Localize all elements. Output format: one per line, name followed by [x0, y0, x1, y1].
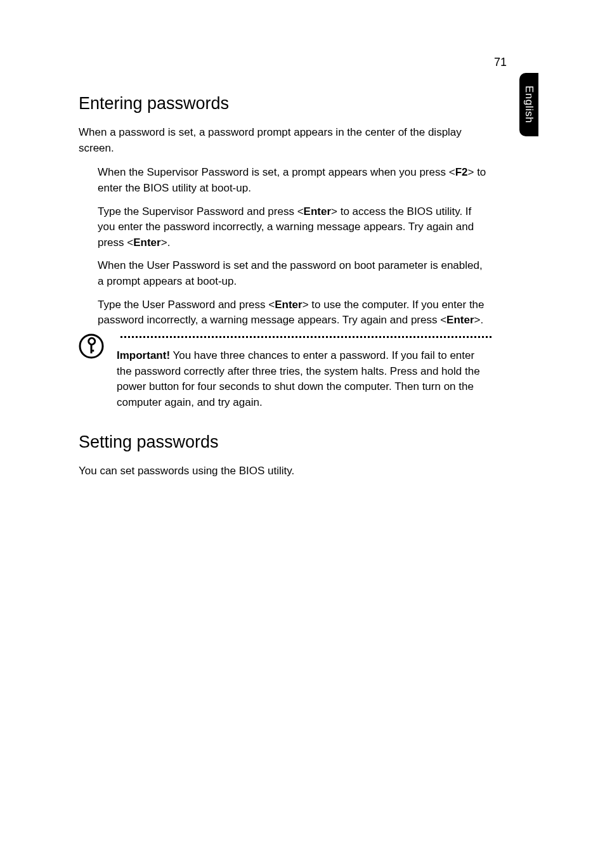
bullet-text: Type the User Password and press <: [98, 299, 275, 311]
key-enter: Enter: [275, 299, 302, 311]
bullet-text: >.: [161, 236, 171, 249]
language-tab: English: [519, 73, 538, 136]
language-tab-label: English: [523, 86, 535, 123]
svg-line-2: [87, 344, 96, 353]
note-body: You have three chances to enter a passwo…: [117, 349, 480, 408]
note-text: Important! You have three chances to ent…: [117, 348, 488, 411]
heading-setting-passwords: Setting passwords: [79, 432, 488, 452]
bullet-item: Type the Supervisor Password and press <…: [98, 204, 488, 251]
bullet-item: When the User Password is set and the pa…: [98, 258, 488, 289]
intro-paragraph-1: When a password is set, a password promp…: [79, 125, 488, 156]
section-setting-passwords: Setting passwords You can set passwords …: [79, 432, 488, 479]
svg-line-3: [91, 349, 94, 352]
divider: [120, 336, 491, 338]
key-icon: [79, 334, 104, 359]
heading-entering-passwords: Entering passwords: [79, 94, 488, 113]
important-note: Important! You have three chances to ent…: [79, 336, 488, 411]
intro-paragraph-2: You can set passwords using the BIOS uti…: [79, 463, 488, 479]
page-number: 71: [494, 56, 507, 69]
key-enter: Enter: [304, 205, 331, 217]
key-enter: Enter: [446, 314, 474, 326]
bullet-item: When the Supervisor Password is set, a p…: [98, 165, 488, 196]
key-enter: Enter: [133, 236, 160, 249]
svg-point-1: [88, 337, 96, 346]
bullet-text: When the Supervisor Password is set, a p…: [98, 166, 455, 178]
key-f2: F2: [455, 166, 468, 178]
bullet-item: Type the User Password and press <Enter>…: [98, 297, 488, 328]
page-content: Entering passwords When a password is se…: [79, 94, 488, 488]
bullet-text: Type the Supervisor Password and press <: [98, 205, 304, 217]
bullet-list: When the Supervisor Password is set, a p…: [98, 165, 488, 328]
note-label: Important!: [117, 349, 170, 361]
bullet-text: >.: [474, 314, 484, 326]
